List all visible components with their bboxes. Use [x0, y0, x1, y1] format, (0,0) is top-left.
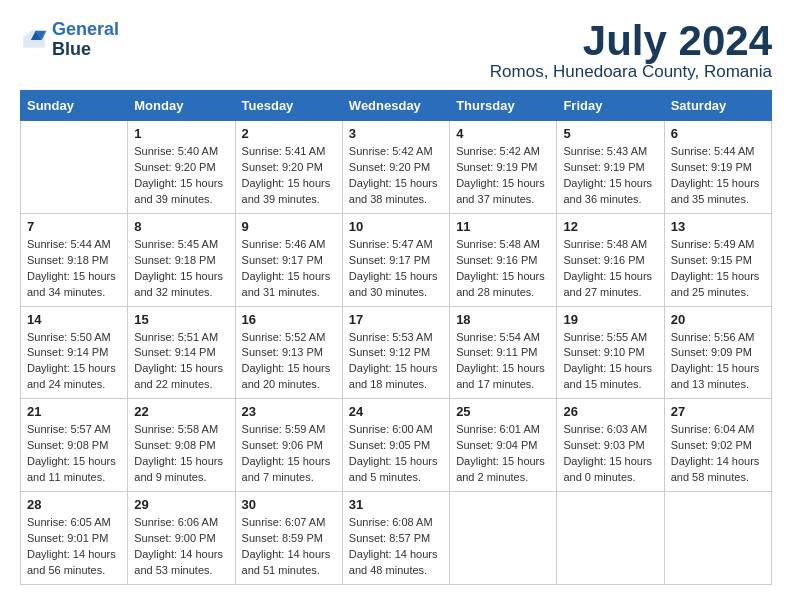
daylight-minutes-text: and 58 minutes. [671, 470, 765, 486]
sunrise-text: Sunrise: 6:07 AM [242, 515, 336, 531]
daylight-hours-text: Daylight: 15 hours [134, 361, 228, 377]
day-number: 31 [349, 497, 443, 512]
calendar-cell: 10Sunrise: 5:47 AMSunset: 9:17 PMDayligh… [342, 213, 449, 306]
sunrise-text: Sunrise: 6:05 AM [27, 515, 121, 531]
calendar-cell: 12Sunrise: 5:48 AMSunset: 9:16 PMDayligh… [557, 213, 664, 306]
daylight-minutes-text: and 20 minutes. [242, 377, 336, 393]
day-number: 10 [349, 219, 443, 234]
day-detail: Sunrise: 5:41 AMSunset: 9:20 PMDaylight:… [242, 144, 336, 208]
daylight-minutes-text: and 25 minutes. [671, 285, 765, 301]
day-detail: Sunrise: 5:55 AMSunset: 9:10 PMDaylight:… [563, 330, 657, 394]
calendar-cell: 18Sunrise: 5:54 AMSunset: 9:11 PMDayligh… [450, 306, 557, 399]
daylight-hours-text: Daylight: 15 hours [27, 269, 121, 285]
header: General Blue July 2024 Romos, Hunedoara … [20, 20, 772, 82]
calendar-cell: 27Sunrise: 6:04 AMSunset: 9:02 PMDayligh… [664, 399, 771, 492]
daylight-hours-text: Daylight: 15 hours [134, 454, 228, 470]
day-number: 27 [671, 404, 765, 419]
daylight-hours-text: Daylight: 14 hours [349, 547, 443, 563]
daylight-hours-text: Daylight: 15 hours [563, 176, 657, 192]
daylight-minutes-text: and 39 minutes. [242, 192, 336, 208]
day-detail: Sunrise: 5:51 AMSunset: 9:14 PMDaylight:… [134, 330, 228, 394]
day-detail: Sunrise: 5:56 AMSunset: 9:09 PMDaylight:… [671, 330, 765, 394]
day-detail: Sunrise: 6:06 AMSunset: 9:00 PMDaylight:… [134, 515, 228, 579]
calendar-table: SundayMondayTuesdayWednesdayThursdayFrid… [20, 90, 772, 585]
daylight-hours-text: Daylight: 15 hours [242, 361, 336, 377]
calendar-cell: 3Sunrise: 5:42 AMSunset: 9:20 PMDaylight… [342, 121, 449, 214]
daylight-minutes-text: and 56 minutes. [27, 563, 121, 579]
daylight-hours-text: Daylight: 14 hours [134, 547, 228, 563]
daylight-hours-text: Daylight: 15 hours [242, 176, 336, 192]
calendar-cell: 20Sunrise: 5:56 AMSunset: 9:09 PMDayligh… [664, 306, 771, 399]
sunrise-text: Sunrise: 5:49 AM [671, 237, 765, 253]
calendar-week-row: 21Sunrise: 5:57 AMSunset: 9:08 PMDayligh… [21, 399, 772, 492]
calendar-cell: 13Sunrise: 5:49 AMSunset: 9:15 PMDayligh… [664, 213, 771, 306]
logo-text: General Blue [52, 20, 119, 60]
sunset-text: Sunset: 9:04 PM [456, 438, 550, 454]
sunset-text: Sunset: 9:19 PM [563, 160, 657, 176]
daylight-minutes-text: and 32 minutes. [134, 285, 228, 301]
sunrise-text: Sunrise: 5:46 AM [242, 237, 336, 253]
weekday-header: Thursday [450, 91, 557, 121]
calendar-cell: 25Sunrise: 6:01 AMSunset: 9:04 PMDayligh… [450, 399, 557, 492]
daylight-minutes-text: and 18 minutes. [349, 377, 443, 393]
sunset-text: Sunset: 8:59 PM [242, 531, 336, 547]
sunrise-text: Sunrise: 5:52 AM [242, 330, 336, 346]
sunset-text: Sunset: 9:13 PM [242, 345, 336, 361]
day-number: 3 [349, 126, 443, 141]
sunrise-text: Sunrise: 5:54 AM [456, 330, 550, 346]
day-number: 29 [134, 497, 228, 512]
day-number: 22 [134, 404, 228, 419]
sunset-text: Sunset: 9:08 PM [134, 438, 228, 454]
sunrise-text: Sunrise: 5:59 AM [242, 422, 336, 438]
day-detail: Sunrise: 5:47 AMSunset: 9:17 PMDaylight:… [349, 237, 443, 301]
sunset-text: Sunset: 9:12 PM [349, 345, 443, 361]
sunrise-text: Sunrise: 5:43 AM [563, 144, 657, 160]
sunrise-text: Sunrise: 5:55 AM [563, 330, 657, 346]
title-section: July 2024 Romos, Hunedoara County, Roman… [490, 20, 772, 82]
daylight-minutes-text: and 27 minutes. [563, 285, 657, 301]
logo-blue: Blue [52, 39, 91, 59]
daylight-minutes-text: and 5 minutes. [349, 470, 443, 486]
calendar-cell: 30Sunrise: 6:07 AMSunset: 8:59 PMDayligh… [235, 492, 342, 585]
weekday-header-row: SundayMondayTuesdayWednesdayThursdayFrid… [21, 91, 772, 121]
day-number: 1 [134, 126, 228, 141]
day-number: 13 [671, 219, 765, 234]
day-detail: Sunrise: 6:07 AMSunset: 8:59 PMDaylight:… [242, 515, 336, 579]
daylight-minutes-text: and 51 minutes. [242, 563, 336, 579]
sunset-text: Sunset: 9:06 PM [242, 438, 336, 454]
daylight-minutes-text: and 28 minutes. [456, 285, 550, 301]
logo: General Blue [20, 20, 119, 60]
daylight-minutes-text: and 31 minutes. [242, 285, 336, 301]
sunrise-text: Sunrise: 5:48 AM [456, 237, 550, 253]
calendar-cell: 17Sunrise: 5:53 AMSunset: 9:12 PMDayligh… [342, 306, 449, 399]
sunset-text: Sunset: 9:18 PM [134, 253, 228, 269]
day-number: 6 [671, 126, 765, 141]
sunrise-text: Sunrise: 5:50 AM [27, 330, 121, 346]
daylight-hours-text: Daylight: 15 hours [456, 361, 550, 377]
day-detail: Sunrise: 5:58 AMSunset: 9:08 PMDaylight:… [134, 422, 228, 486]
daylight-minutes-text: and 37 minutes. [456, 192, 550, 208]
sunset-text: Sunset: 9:17 PM [242, 253, 336, 269]
day-detail: Sunrise: 5:54 AMSunset: 9:11 PMDaylight:… [456, 330, 550, 394]
sunrise-text: Sunrise: 5:51 AM [134, 330, 228, 346]
daylight-hours-text: Daylight: 15 hours [671, 361, 765, 377]
sunrise-text: Sunrise: 6:04 AM [671, 422, 765, 438]
sunset-text: Sunset: 9:09 PM [671, 345, 765, 361]
calendar-cell: 28Sunrise: 6:05 AMSunset: 9:01 PMDayligh… [21, 492, 128, 585]
month-title: July 2024 [490, 20, 772, 62]
sunrise-text: Sunrise: 5:56 AM [671, 330, 765, 346]
day-number: 5 [563, 126, 657, 141]
sunrise-text: Sunrise: 5:44 AM [27, 237, 121, 253]
sunrise-text: Sunrise: 6:06 AM [134, 515, 228, 531]
sunrise-text: Sunrise: 6:00 AM [349, 422, 443, 438]
daylight-hours-text: Daylight: 15 hours [563, 361, 657, 377]
day-detail: Sunrise: 5:43 AMSunset: 9:19 PMDaylight:… [563, 144, 657, 208]
weekday-header: Tuesday [235, 91, 342, 121]
calendar-cell: 29Sunrise: 6:06 AMSunset: 9:00 PMDayligh… [128, 492, 235, 585]
calendar-cell: 23Sunrise: 5:59 AMSunset: 9:06 PMDayligh… [235, 399, 342, 492]
sunset-text: Sunset: 9:05 PM [349, 438, 443, 454]
day-detail: Sunrise: 5:42 AMSunset: 9:19 PMDaylight:… [456, 144, 550, 208]
weekday-header: Saturday [664, 91, 771, 121]
daylight-hours-text: Daylight: 15 hours [456, 269, 550, 285]
day-detail: Sunrise: 6:08 AMSunset: 8:57 PMDaylight:… [349, 515, 443, 579]
